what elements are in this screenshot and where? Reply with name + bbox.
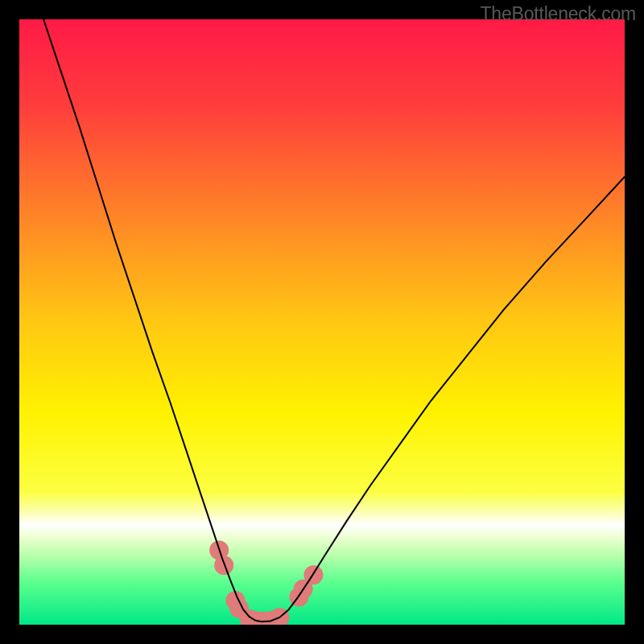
chart-link[interactable] — [19, 19, 625, 625]
curve-marker — [214, 555, 233, 575]
chart-svg — [19, 19, 625, 625]
chart-frame: TheBottleneck.com — [0, 0, 644, 644]
curve-marker — [303, 565, 323, 584]
chart-background — [19, 19, 625, 625]
watermark-text: TheBottleneck.com — [481, 3, 636, 25]
